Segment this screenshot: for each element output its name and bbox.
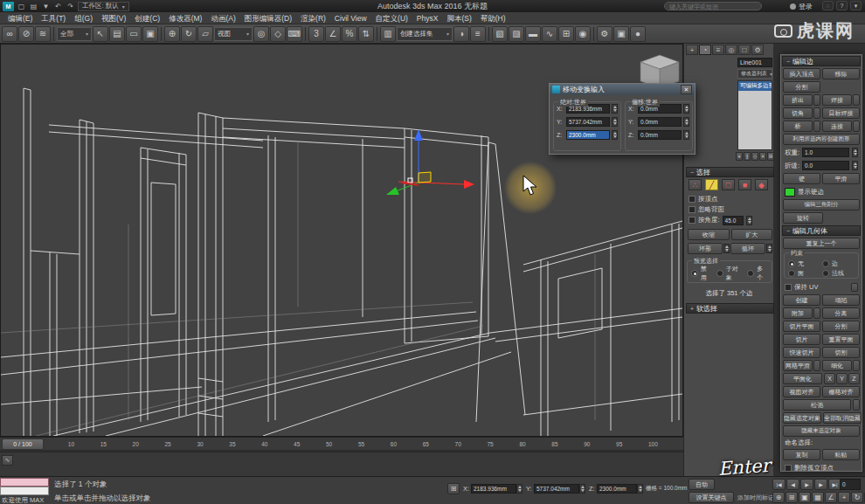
pan-icon[interactable]: +: [838, 492, 850, 503]
percent-snap-icon[interactable]: %: [342, 26, 357, 42]
spinner[interactable]: [516, 484, 522, 494]
selection-filter-combo[interactable]: 全部▾: [57, 27, 92, 41]
spinner[interactable]: [612, 104, 618, 114]
hide-unselected-button[interactable]: 隐藏未选定对象: [783, 425, 860, 437]
menu-item[interactable]: 自定义(U): [371, 12, 412, 24]
zoom-extents-icon[interactable]: ▣: [799, 492, 811, 503]
edit-panel-button[interactable]: 全部取消隐藏: [823, 412, 862, 424]
timeline-tick[interactable]: 80: [519, 441, 525, 447]
add-time-tag-label[interactable]: 添加时间标记: [737, 494, 774, 502]
max-logo-icon[interactable]: M: [3, 2, 14, 11]
edit-panel-button[interactable]: 分离: [822, 307, 860, 319]
select-and-scale-icon[interactable]: ▱: [197, 26, 213, 42]
configure-modifier-sets-icon[interactable]: ⊞: [767, 152, 774, 161]
planar-axis-button[interactable]: Y: [836, 373, 848, 384]
transform-type-in-toggle-icon[interactable]: ⊞: [447, 483, 460, 494]
menu-item[interactable]: 创建(C): [130, 12, 164, 24]
checkbox-icon[interactable]: [785, 465, 792, 472]
display-tab[interactable]: □: [738, 45, 751, 55]
settings-box-button[interactable]: [813, 307, 820, 319]
menu-item[interactable]: 修改器(M): [164, 12, 206, 24]
grow-button[interactable]: 扩大: [731, 229, 773, 240]
preview-option[interactable]: 禁用: [691, 268, 712, 279]
edit-triangulation-button[interactable]: 编辑三角剖分: [783, 199, 860, 211]
settings-box-button[interactable]: [853, 94, 860, 106]
timeline-tick[interactable]: 20: [133, 441, 139, 447]
relax-button[interactable]: 松弛: [783, 399, 851, 411]
polygon-subobject-icon[interactable]: ■: [738, 179, 751, 190]
settings-box-button[interactable]: [813, 94, 820, 106]
zoom-icon[interactable]: ⊕: [772, 492, 785, 503]
turn-button[interactable]: 旋转: [783, 212, 823, 224]
settings-box-button[interactable]: [813, 107, 820, 119]
radio-icon[interactable]: [788, 260, 795, 267]
macro-recorder-field[interactable]: [0, 478, 49, 487]
timeline-tick[interactable]: 35: [229, 441, 235, 447]
paste-button[interactable]: 粘贴: [822, 449, 860, 460]
hard-button[interactable]: 硬: [783, 173, 820, 184]
menu-item[interactable]: 脚本(S): [442, 12, 475, 24]
edit-panel-button[interactable]: 栅格对齐: [822, 386, 860, 397]
ring-button[interactable]: 环形: [688, 243, 723, 254]
spinner[interactable]: [579, 484, 585, 494]
rectangular-selection-region-icon[interactable]: ▭: [126, 26, 142, 42]
border-subobject-icon[interactable]: □: [722, 179, 735, 190]
use-pivot-center-icon[interactable]: ◎: [253, 26, 269, 42]
edit-panel-button[interactable]: 网格平滑: [783, 360, 813, 371]
constraint-option[interactable]: 面: [788, 269, 820, 278]
dialog-title-bar[interactable]: 移动变换输入 ✕: [550, 84, 695, 95]
crease-field[interactable]: 0.0: [802, 161, 849, 170]
previous-frame-button[interactable]: ◀: [786, 479, 799, 490]
radio-icon[interactable]: [822, 270, 829, 277]
ribbon-icon[interactable]: ▬: [525, 26, 541, 42]
by-vertex-checkbox[interactable]: 按顶点: [689, 194, 718, 204]
loop-button[interactable]: 循环: [730, 243, 765, 254]
edit-panel-button[interactable]: 移除: [822, 68, 860, 79]
timeline-tick[interactable]: 70: [455, 441, 461, 447]
move-transform-type-in-dialog[interactable]: 移动变换输入 ✕ 绝对:世界 X: 2183.936mm Y: 5737.042…: [549, 83, 695, 155]
copy-button[interactable]: 复制: [783, 449, 820, 460]
by-angle-checkbox[interactable]: 按角度: 45.0: [689, 215, 772, 225]
edit-panel-button[interactable]: 利用所选内容创建图形: [783, 134, 860, 145]
select-and-link-icon[interactable]: ∞: [2, 26, 17, 42]
spinner[interactable]: [852, 148, 858, 157]
smooth-button[interactable]: 平滑: [822, 173, 860, 184]
planar-axis-button[interactable]: X: [824, 373, 835, 384]
spinner[interactable]: [683, 104, 689, 114]
select-object-icon[interactable]: ↖: [93, 26, 108, 42]
go-to-start-button[interactable]: |◀: [772, 479, 785, 490]
zoom-extents-all-icon[interactable]: ▦: [812, 492, 824, 503]
menu-item[interactable]: 图形编辑器(D): [240, 12, 296, 24]
next-frame-button[interactable]: ▶: [814, 479, 827, 490]
edit-panel-button[interactable]: 连接: [822, 121, 852, 132]
material-editor-icon[interactable]: ◉: [575, 26, 591, 42]
spinner[interactable]: [746, 216, 752, 225]
spinner[interactable]: [766, 244, 772, 253]
field-of-view-icon[interactable]: ∠: [825, 492, 837, 503]
radio-icon[interactable]: [691, 270, 698, 277]
timeline-tick[interactable]: 30: [197, 441, 203, 447]
planar-axis-button[interactable]: Z: [848, 373, 860, 384]
menu-item[interactable]: PhysX: [412, 12, 443, 24]
settings-box-button[interactable]: [853, 399, 860, 411]
hard-edge-color-swatch[interactable]: [785, 188, 795, 197]
select-and-manipulate-icon[interactable]: ◇: [270, 26, 286, 42]
settings-box-button[interactable]: [851, 283, 858, 292]
edit-panel-button[interactable]: 重置平面: [822, 334, 860, 345]
edit-panel-button[interactable]: 分割: [822, 321, 860, 332]
utilities-tab[interactable]: ⚙: [751, 45, 764, 55]
spinner[interactable]: [612, 130, 618, 140]
angle-value-field[interactable]: 45.0: [723, 216, 744, 225]
set-key-button[interactable]: 设置关键点: [689, 492, 734, 503]
delete-isolated-checkbox[interactable]: 删除孤立顶点: [785, 462, 858, 472]
timeline-tick[interactable]: 95: [616, 441, 622, 447]
select-and-move-icon[interactable]: ⊕: [164, 26, 180, 42]
edge-subobject-icon[interactable]: ╱: [705, 179, 718, 190]
menu-item[interactable]: 帮助(H): [476, 12, 510, 24]
timeline-tick[interactable]: 65: [423, 441, 429, 447]
make-unique-icon[interactable]: ◇: [751, 152, 758, 161]
modifier-stack-item[interactable]: 可编辑多边形: [738, 81, 772, 91]
radio-icon[interactable]: [716, 270, 723, 277]
timeline-tick[interactable]: 50: [326, 441, 332, 447]
offset-z-field[interactable]: 0.0mm: [638, 130, 682, 140]
